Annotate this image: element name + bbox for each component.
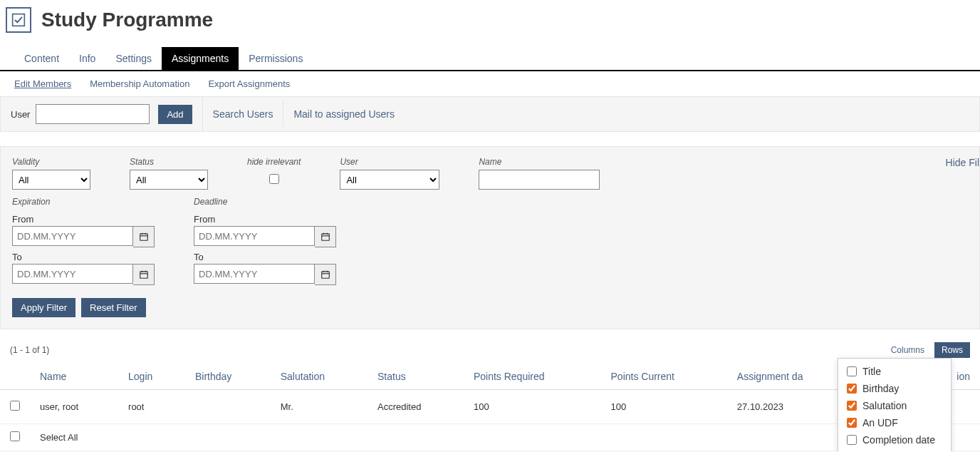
expiration-label: Expiration (12, 197, 155, 207)
filter-user: User All (340, 157, 439, 190)
filter-status: Status All (130, 157, 208, 190)
column-checkbox-birthday[interactable] (847, 384, 857, 394)
subtab-edit-members[interactable]: Edit Members (14, 78, 71, 89)
column-checkbox-an-udf[interactable] (847, 418, 857, 428)
add-button[interactable]: Add (158, 105, 192, 124)
th-login[interactable]: Login (118, 364, 185, 390)
expiration-to-input[interactable] (12, 264, 133, 284)
expiration-from-calendar-button[interactable] (133, 226, 155, 247)
validity-select[interactable]: All (12, 170, 90, 190)
columns-link[interactable]: Columns (885, 342, 930, 358)
th-status[interactable]: Status (368, 364, 464, 390)
user-filter-label: User (340, 157, 439, 167)
svg-rect-5 (140, 272, 147, 278)
select-all-checkbox[interactable] (10, 431, 20, 441)
th-points-current[interactable]: Points Current (601, 364, 727, 390)
cell-login: root (118, 390, 185, 424)
user-label: User (11, 109, 30, 120)
filter-deadline: Deadline From To (194, 197, 336, 285)
filter-buttons: Apply Filter Reset Filter (12, 298, 968, 317)
th-salutation[interactable]: Salutation (271, 364, 368, 390)
column-label: Salutation (862, 400, 907, 411)
deadline-to-input[interactable] (194, 264, 315, 284)
name-filter-label: Name (479, 157, 600, 167)
sub-tabs: Edit Members Membership Automation Expor… (0, 71, 980, 96)
hide-irrelevant-label: hide irrelevant (247, 157, 301, 167)
column-label: An UDF (862, 417, 898, 428)
user-add-segment: User Add (1, 97, 203, 131)
filter-name: Name (479, 157, 600, 190)
expiration-to-calendar-button[interactable] (133, 264, 155, 285)
tab-settings[interactable]: Settings (105, 47, 162, 70)
column-checkbox-title[interactable] (847, 366, 857, 376)
assignments-table: Name Login Birthday Salutation Status Po… (0, 364, 980, 451)
column-label: Birthday (862, 383, 899, 394)
column-option-an-udf[interactable]: An UDF (847, 414, 942, 431)
filter-validity: Validity All (12, 157, 90, 190)
tab-assignments[interactable]: Assignments (162, 47, 239, 70)
tab-permissions[interactable]: Permissions (239, 47, 313, 70)
calendar-icon (320, 269, 330, 279)
status-label: Status (130, 157, 208, 167)
cell-salutation: Mr. (271, 390, 368, 424)
cell-birthday (185, 390, 271, 424)
subtab-membership-automation[interactable]: Membership Automation (90, 78, 189, 89)
expiration-to-wrap (12, 264, 155, 285)
tab-info[interactable]: Info (69, 47, 105, 70)
cell-name: user, root (30, 390, 118, 424)
svg-rect-13 (321, 272, 329, 278)
page-title: Study Programme (41, 9, 213, 31)
expiration-from-wrap (12, 226, 155, 247)
user-filter-select[interactable]: All (340, 170, 439, 190)
column-option-birthday[interactable]: Birthday (847, 380, 942, 397)
name-filter-input[interactable] (479, 170, 600, 190)
th-birthday[interactable]: Birthday (185, 364, 271, 390)
filter-hide-irrelevant: hide irrelevant (247, 157, 301, 190)
tab-content[interactable]: Content (14, 47, 69, 70)
column-option-title[interactable]: Title (847, 363, 942, 380)
rows-button[interactable]: Rows (934, 342, 970, 358)
th-points-required[interactable]: Points Required (464, 364, 601, 390)
page-header: Study Programme (0, 0, 980, 43)
user-input[interactable] (36, 104, 150, 124)
table-row: user, root root Mr. Accredited 100 100 2… (0, 390, 980, 424)
calendar-icon (139, 232, 149, 242)
svg-rect-1 (140, 234, 147, 240)
column-label: Completion date (862, 434, 935, 446)
select-all-row: Select All (0, 424, 980, 451)
calendar-icon (139, 269, 149, 279)
th-name[interactable]: Name (30, 364, 118, 390)
column-checkbox-salutation[interactable] (847, 401, 857, 411)
search-users-segment: Search Users (203, 101, 284, 127)
column-label: Title (862, 366, 881, 377)
status-select[interactable]: All (130, 170, 208, 190)
search-users-link[interactable]: Search Users (213, 108, 273, 120)
expiration-from-input[interactable] (12, 226, 133, 246)
deadline-from-input[interactable] (194, 226, 315, 246)
filter-row-1: Validity All Status All hide irrelevant … (12, 157, 968, 190)
mail-users-link[interactable]: Mail to assigned Users (293, 108, 395, 120)
cell-points-current: 100 (601, 390, 727, 424)
hide-irrelevant-checkbox[interactable] (269, 174, 279, 184)
deadline-from-label: From (194, 214, 336, 225)
checkmark-icon (11, 13, 26, 27)
cell-points-required: 100 (464, 390, 601, 424)
reset-filter-button[interactable]: Reset Filter (81, 298, 145, 317)
mail-users-segment: Mail to assigned Users (283, 101, 405, 127)
apply-filter-button[interactable]: Apply Filter (12, 298, 75, 317)
user-add-bar: User Add Search Users Mail to assigned U… (0, 96, 980, 132)
table-range: (1 - 1 of 1) (10, 345, 49, 355)
deadline-from-wrap (194, 226, 336, 247)
svg-rect-9 (321, 234, 329, 240)
filter-block: Hide Fil Validity All Status All hide ir… (0, 146, 980, 329)
subtab-export-assignments[interactable]: Export Assignments (208, 78, 290, 89)
filter-row-2: Expiration From To Deadline From (12, 197, 968, 285)
column-option-salutation[interactable]: Salutation (847, 397, 942, 414)
hide-filter-link[interactable]: Hide Fil (946, 157, 979, 168)
row-checkbox[interactable] (10, 401, 20, 411)
cell-status: Accredited (368, 390, 464, 424)
column-checkbox-completion-date[interactable] (847, 435, 857, 445)
deadline-from-calendar-button[interactable] (315, 226, 336, 247)
column-option-completion-date[interactable]: Completion date (847, 431, 942, 448)
deadline-to-calendar-button[interactable] (315, 264, 336, 285)
